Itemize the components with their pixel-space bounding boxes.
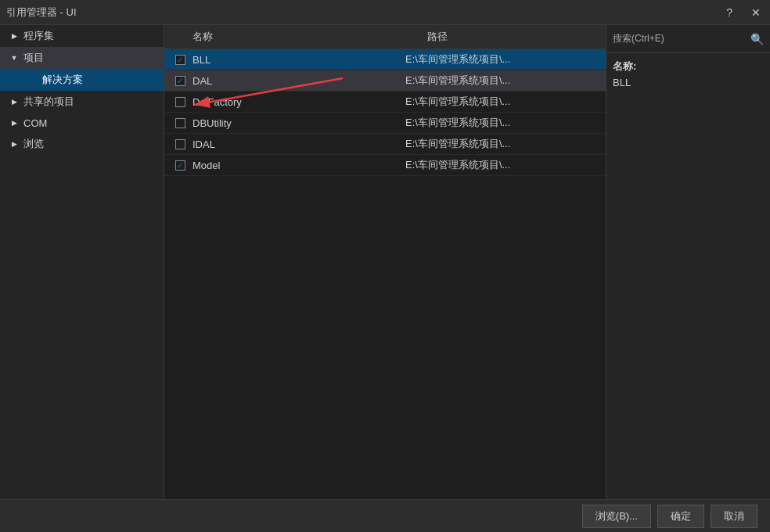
checkbox-dbutility[interactable] [171, 118, 189, 128]
checkbox-icon-model: ✓ [175, 160, 185, 171]
col-header-name: 名称 [192, 30, 427, 44]
cell-path-dbutility: E:\车间管理系统项目\... [405, 116, 606, 130]
checkbox-bll[interactable]: ✓ [171, 55, 189, 65]
cell-name-dalfactory: DalFactory [189, 96, 405, 108]
table-row[interactable]: ✓ Model E:\车间管理系统项目\... [164, 155, 606, 176]
ok-button[interactable]: 确定 [657, 505, 704, 528]
checkbox-icon-dbutility [175, 118, 185, 128]
cell-name-model: Model [189, 160, 405, 171]
title-bar-right: ? ✕ [723, 5, 764, 20]
checkbox-icon-dalfactory [175, 97, 185, 107]
left-sidebar: ▶ 程序集 ▼ 项目 解决方案 ▶ 共享的项目 ▶ COM ▶ 浏览 [0, 25, 164, 499]
sidebar-item-shared[interactable]: ▶ 共享的项目 [0, 91, 164, 113]
table-row[interactable]: IDAL E:\车间管理系统项目\... [164, 134, 606, 155]
sidebar-item-com[interactable]: ▶ COM [0, 113, 164, 133]
sidebar-label-browse: 浏览 [23, 137, 44, 151]
right-panel: 搜索(Ctrl+E) 🔍 名称: BLL [606, 25, 770, 499]
checkbox-dal[interactable]: ✓ [171, 76, 189, 86]
cell-name-bll: BLL [189, 54, 405, 66]
table-row[interactable]: ✓ DAL E:\车间管理系统项目\... [164, 70, 606, 92]
sidebar-label-projects: 项目 [23, 51, 44, 65]
title-bar: 引用管理器 - UI ? ✕ [0, 0, 770, 25]
expand-icon-shared: ▶ [8, 95, 20, 108]
checkbox-icon-bll: ✓ [175, 55, 185, 65]
sidebar-label-assemblies: 程序集 [23, 29, 54, 43]
sidebar-label-com: COM [23, 117, 47, 129]
cancel-button[interactable]: 取消 [711, 505, 757, 528]
search-row: 搜索(Ctrl+E) 🔍 [606, 25, 770, 53]
sidebar-item-assemblies[interactable]: ▶ 程序集 [0, 25, 164, 47]
table-header: 名称 路径 [164, 25, 606, 49]
sidebar-label-shared: 共享的项目 [23, 95, 74, 109]
cell-path-bll: E:\车间管理系统项目\... [405, 52, 606, 66]
table-row[interactable]: DalFactory E:\车间管理系统项目\... [164, 92, 606, 113]
browse-button[interactable]: 浏览(B)... [582, 505, 651, 528]
right-content: 名称: BLL [606, 53, 770, 95]
expand-icon-browse: ▶ [8, 138, 20, 150]
sidebar-item-projects[interactable]: ▼ 项目 [0, 47, 164, 69]
cell-path-idal: E:\车间管理系统项目\... [405, 137, 606, 151]
center-panel: 名称 路径 ✓ BLL E:\车间管理系统项目\... ✓ DAL E:\车间管… [164, 25, 606, 499]
table-body: ✓ BLL E:\车间管理系统项目\... ✓ DAL E:\车间管理系统项目\… [164, 49, 606, 499]
col-header-path: 路径 [427, 30, 606, 44]
sidebar-label-solution: 解决方案 [42, 73, 83, 87]
checkbox-icon-idal [175, 139, 185, 149]
expand-icon-solution [27, 74, 39, 86]
checkbox-icon-dal: ✓ [175, 76, 185, 86]
search-label: 搜索(Ctrl+E) [613, 32, 750, 45]
checkbox-model[interactable]: ✓ [171, 160, 189, 171]
cell-path-dalfactory: E:\车间管理系统项目\... [405, 95, 606, 109]
window-title: 引用管理器 - UI [6, 5, 77, 20]
name-value: BLL [613, 77, 764, 88]
table-row[interactable]: ✓ BLL E:\车间管理系统项目\... [164, 49, 606, 70]
sidebar-item-browse[interactable]: ▶ 浏览 [0, 133, 164, 155]
name-label: 名称: [613, 59, 764, 74]
table-row[interactable]: DBUtility E:\车间管理系统项目\... [164, 113, 606, 134]
main-layout: ▶ 程序集 ▼ 项目 解决方案 ▶ 共享的项目 ▶ COM ▶ 浏览 名称 路径 [0, 25, 770, 499]
cell-name-dal: DAL [189, 75, 405, 87]
cell-path-model: E:\车间管理系统项目\... [405, 158, 606, 172]
checkbox-idal[interactable] [171, 139, 189, 149]
cell-name-dbutility: DBUtility [189, 117, 405, 129]
cell-name-idal: IDAL [189, 138, 405, 150]
cell-path-dal: E:\车间管理系统项目\... [405, 74, 606, 88]
help-button[interactable]: ? [723, 5, 736, 20]
bottom-bar: 浏览(B)... 确定 取消 [0, 499, 770, 532]
close-button[interactable]: ✕ [748, 5, 764, 20]
search-icon[interactable]: 🔍 [750, 33, 764, 45]
expand-icon-com: ▶ [8, 117, 20, 129]
expand-icon-projects: ▼ [8, 52, 20, 64]
expand-icon-assemblies: ▶ [8, 30, 20, 42]
checkbox-dalfactory[interactable] [171, 97, 189, 107]
title-bar-left: 引用管理器 - UI [6, 5, 77, 20]
sidebar-item-solution[interactable]: 解决方案 [0, 69, 164, 91]
